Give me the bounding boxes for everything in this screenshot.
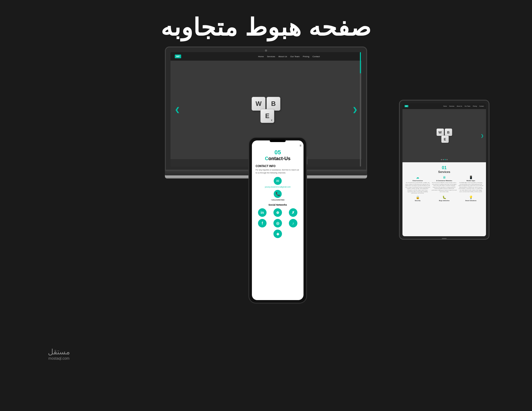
security-icon: 🔒 (405, 196, 430, 199)
mobile-service-desc: Our Mobile Apps service specializes in d… (458, 182, 483, 192)
laptop-nav-about[interactable]: About Us (278, 55, 287, 58)
phone-frame: ≡ 05 Contact-Us CONTACT INFO For any inq… (248, 137, 307, 304)
phone-section-number: 05 (256, 149, 300, 156)
tablet-logo: WF (405, 105, 408, 107)
watermark: مستقل mostaql.com (48, 347, 70, 360)
smart-icon: 💡 (458, 196, 483, 199)
watermark-arabic: مستقل (48, 347, 70, 356)
tablet-frame: WF Home Services About Us Our Team Prici… (399, 100, 489, 240)
ecommerce-service-desc: Our E-Commerce Websites service provides… (432, 182, 457, 192)
tablet-nav-contact[interactable]: Contact (479, 105, 484, 107)
tablet-tile-b: B (445, 128, 452, 136)
facebook-icon-wrapper[interactable]: f (256, 219, 269, 227)
laptop-scrollbar[interactable] (360, 52, 361, 167)
discord-row: ◈ (256, 230, 300, 238)
email-address: yousry.essam2111@gmail.com (256, 186, 300, 188)
tablet-service-ecommerce: 🖥 E-Commerce Websites Our E-Commerce Web… (432, 176, 457, 194)
tablet-dot-2[interactable] (443, 159, 444, 160)
tablet-nav-home[interactable]: Home (443, 105, 447, 107)
tablet-next-arrow[interactable]: ❯ (481, 134, 484, 138)
scrabble-tile-b: B (267, 97, 280, 111)
tablet-tile-e: E (441, 135, 449, 143)
phone-notch (270, 139, 286, 142)
tiktok-icon-wrapper[interactable]: ♪ (286, 219, 300, 227)
smart-service-name: Smart Solutions (458, 200, 483, 201)
laptop-scrollbar-thumb (360, 52, 361, 73)
tablet-screen: WF Home Services About Us Our Team Prici… (402, 103, 486, 236)
tablet-section-title: Services (405, 170, 483, 173)
ecommerce-service-name: E-Commerce Websites (432, 180, 457, 181)
linkedin-icon: in (258, 208, 267, 217)
cloud-service-name: Cloud services (405, 180, 430, 181)
tablet-carousel-dots (441, 159, 448, 160)
tablet-services-section: 01 Services ☁ Cloud services Our Cloud S… (402, 162, 486, 236)
laptop-nav-home[interactable]: Home (258, 55, 264, 58)
contact-info-title: CONTACT INFO (256, 165, 300, 168)
ecommerce-icon: 🖥 (432, 176, 457, 179)
laptop-prev-arrow[interactable]: ❮ (175, 106, 180, 113)
phone-device: ≡ 05 Contact-Us CONTACT INFO For any inq… (248, 137, 307, 304)
tablet-section-number: 01 (405, 165, 483, 170)
laptop-nav-team[interactable]: Our Team (290, 55, 300, 58)
instagram-icon: ◎ (273, 219, 282, 227)
laptop-nav-pricing[interactable]: Pricing (303, 55, 309, 58)
page-title: صفحه هبوط متجاوبه (0, 0, 532, 41)
tablet-service-security: 🔒 Security (405, 196, 430, 202)
tablet-service-smart: 💡 Smart Solutions (458, 196, 483, 202)
github-icon-wrapper[interactable]: ⊕ (271, 208, 284, 217)
scrabble-tile-w: W (252, 97, 265, 111)
tablet-device: WF Home Services About Us Our Team Prici… (399, 100, 489, 240)
laptop-nav-services[interactable]: Services (267, 55, 275, 58)
laptop-nav-contact[interactable]: Contact (313, 55, 320, 58)
tablet-tile-w: W (437, 128, 444, 136)
devices-container: WF Home Services About Us Our Team Prici… (0, 47, 532, 366)
tablet-nav-pricing[interactable]: Pricing (473, 105, 477, 107)
laptop-scrabble: W B E€ (245, 97, 287, 123)
laptop-nav: WF Home Services About Us Our Team Prici… (171, 52, 361, 61)
title-highlight: C (265, 156, 268, 161)
instagram-icon-wrapper[interactable]: ◎ (271, 219, 284, 227)
watermark-latin: mostaql.com (48, 356, 70, 360)
cloud-icon: ☁ (405, 176, 430, 179)
tablet-scrabble: W B E (432, 128, 456, 143)
facebook-icon: f (258, 219, 267, 227)
github-icon: ⊕ (273, 208, 282, 217)
social-networks-title: Social Networks (256, 204, 300, 206)
tablet-dot-4[interactable] (447, 159, 448, 160)
contact-info-desc: For any inquiries or assistance, feel fr… (256, 169, 300, 174)
phone-section-title: Contact-Us (256, 156, 300, 161)
laptop-logo: WF (175, 55, 181, 58)
tablet-hero: W B E ❯ (402, 109, 486, 162)
laptop-camera (265, 49, 267, 52)
tablet-service-bugs: 🐛 Bugs detection (432, 196, 457, 202)
tablet-nav-about[interactable]: About Us (457, 105, 462, 107)
tablet-service-cloud: ☁ Cloud services Our Cloud Services prov… (405, 176, 430, 194)
laptop-nav-links: Home Services About Us Our Team Pricing … (258, 55, 320, 58)
phone-icon-wrapper: 📞 (256, 190, 300, 198)
mobile-service-name: Mobile Apps (458, 180, 483, 181)
phone-screen: ≡ 05 Contact-Us CONTACT INFO For any inq… (252, 140, 304, 300)
twitter-icon-wrapper[interactable]: ✗ (286, 208, 300, 217)
hamburger-menu[interactable]: ≡ (300, 144, 301, 147)
phone-side-button (307, 156, 307, 164)
phone-icon: 📞 (274, 190, 282, 198)
discord-icon-wrapper[interactable]: ◈ (273, 230, 282, 238)
phone-contact-content: 05 Contact-Us CONTACT INFO For any inqui… (252, 145, 304, 241)
tablet-dot-1[interactable] (441, 159, 442, 160)
laptop-next-arrow[interactable]: ❯ (352, 106, 357, 113)
hamburger-icon: ≡ (300, 144, 301, 147)
cloud-service-desc: Our Cloud Services provide flexible, sca… (405, 182, 430, 194)
linkedin-icon-wrapper[interactable]: in (256, 208, 269, 217)
tablet-nav: WF Home Services About Us Our Team Prici… (402, 103, 486, 109)
mobile-icon: 📱 (458, 176, 483, 179)
tablet-nav-services[interactable]: Services (449, 105, 454, 107)
discord-icon: ◈ (273, 230, 282, 238)
security-service-name: Security (405, 200, 430, 201)
tablet-dot-3[interactable] (445, 159, 446, 160)
phone-number: +201234567890 (256, 199, 300, 201)
tablet-nav-team[interactable]: Our Team (465, 105, 471, 107)
twitter-icon: ✗ (289, 208, 297, 217)
email-icon: ✉ (274, 177, 282, 185)
email-icon-wrapper: ✉ (256, 177, 300, 185)
tablet-service-mobile: 📱 Mobile Apps Our Mobile Apps service sp… (458, 176, 483, 194)
